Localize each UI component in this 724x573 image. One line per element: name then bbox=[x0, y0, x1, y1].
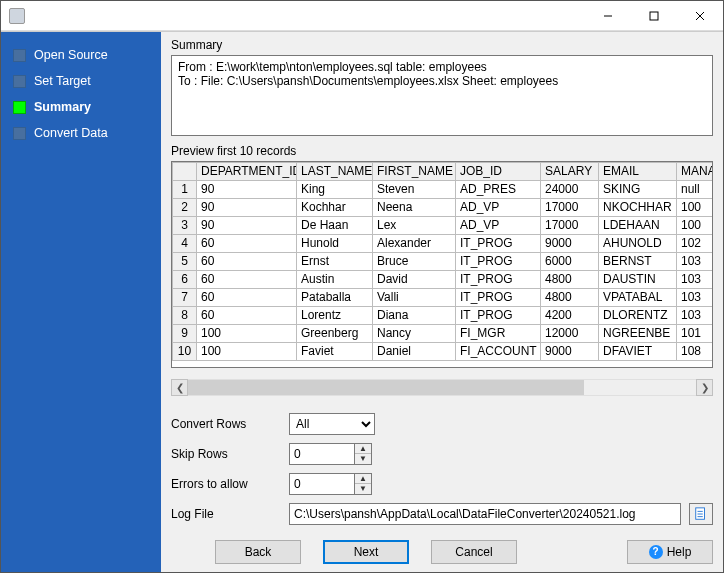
preview-heading: Preview first 10 records bbox=[171, 144, 713, 158]
table-cell: 60 bbox=[197, 252, 297, 270]
step-icon bbox=[13, 49, 26, 62]
column-header[interactable]: SALARY bbox=[541, 162, 599, 180]
step-icon bbox=[13, 101, 26, 114]
spin-up-icon[interactable]: ▲ bbox=[355, 444, 371, 454]
minimize-icon bbox=[603, 11, 613, 21]
help-icon: ? bbox=[649, 545, 663, 559]
skip-rows-spinner[interactable]: ▲▼ bbox=[355, 443, 372, 465]
table-cell: VPATABAL bbox=[599, 288, 677, 306]
browse-log-button[interactable] bbox=[689, 503, 713, 525]
table-cell: Greenberg bbox=[297, 324, 373, 342]
wizard-sidebar: Open Source Set Target Summary Convert D… bbox=[1, 32, 161, 572]
app-window: Open Source Set Target Summary Convert D… bbox=[0, 0, 724, 573]
table-row[interactable]: 560ErnstBruceIT_PROG6000BERNST103 bbox=[173, 252, 714, 270]
column-header[interactable]: MANAG bbox=[677, 162, 714, 180]
table-row[interactable]: 460HunoldAlexanderIT_PROG9000AHUNOLD102 bbox=[173, 234, 714, 252]
table-cell: DLORENTZ bbox=[599, 306, 677, 324]
row-index: 5 bbox=[173, 252, 197, 270]
table-row[interactable]: 860LorentzDianaIT_PROG4200DLORENTZ103 bbox=[173, 306, 714, 324]
table-row[interactable]: 760PataballaValliIT_PROG4800VPATABAL103 bbox=[173, 288, 714, 306]
sidebar-item-summary[interactable]: Summary bbox=[1, 94, 161, 120]
scroll-track[interactable] bbox=[188, 379, 696, 396]
table-cell: AHUNOLD bbox=[599, 234, 677, 252]
table-cell: 100 bbox=[197, 342, 297, 360]
help-button-label: Help bbox=[667, 545, 692, 559]
close-button[interactable] bbox=[677, 1, 723, 31]
spin-down-icon[interactable]: ▼ bbox=[355, 454, 371, 464]
table-cell: 4800 bbox=[541, 270, 599, 288]
table-cell: 60 bbox=[197, 288, 297, 306]
next-button[interactable]: Next bbox=[323, 540, 409, 564]
svg-rect-1 bbox=[650, 12, 658, 20]
column-header[interactable]: DEPARTMENT_ID bbox=[197, 162, 297, 180]
table-cell: 103 bbox=[677, 306, 714, 324]
skip-rows-input[interactable] bbox=[289, 443, 355, 465]
table-cell: SKING bbox=[599, 180, 677, 198]
table-cell: 60 bbox=[197, 306, 297, 324]
table-cell: Diana bbox=[373, 306, 456, 324]
table-row[interactable]: 9100GreenbergNancyFI_MGR12000NGREENBE101 bbox=[173, 324, 714, 342]
table-cell: IT_PROG bbox=[456, 288, 541, 306]
maximize-button[interactable] bbox=[631, 1, 677, 31]
summary-text: From : E:\work\temp\nton\employees.sql t… bbox=[171, 55, 713, 136]
sidebar-item-label: Open Source bbox=[34, 48, 108, 62]
convert-rows-select[interactable]: All bbox=[289, 413, 375, 435]
table-cell: DAUSTIN bbox=[599, 270, 677, 288]
table-row[interactable]: 390De HaanLexAD_VP17000LDEHAAN100 bbox=[173, 216, 714, 234]
table-cell: 17000 bbox=[541, 198, 599, 216]
column-header[interactable]: JOB_ID bbox=[456, 162, 541, 180]
sidebar-item-open-source[interactable]: Open Source bbox=[1, 42, 161, 68]
column-header[interactable]: FIRST_NAME bbox=[373, 162, 456, 180]
scroll-thumb[interactable] bbox=[188, 380, 584, 395]
table-cell: IT_PROG bbox=[456, 252, 541, 270]
summary-heading: Summary bbox=[171, 38, 713, 52]
horizontal-scrollbar[interactable]: ❮ ❯ bbox=[171, 379, 713, 396]
scroll-right-icon[interactable]: ❯ bbox=[696, 379, 713, 396]
document-icon bbox=[694, 507, 708, 521]
log-file-input[interactable] bbox=[289, 503, 681, 525]
table-cell: Valli bbox=[373, 288, 456, 306]
column-header[interactable]: EMAIL bbox=[599, 162, 677, 180]
preview-table[interactable]: DEPARTMENT_IDLAST_NAMEFIRST_NAMEJOB_IDSA… bbox=[171, 161, 713, 368]
close-icon bbox=[695, 11, 705, 21]
minimize-button[interactable] bbox=[585, 1, 631, 31]
table-cell: 100 bbox=[197, 324, 297, 342]
errors-allow-spinner[interactable]: ▲▼ bbox=[355, 473, 372, 495]
table-row[interactable]: 290KochharNeenaAD_VP17000NKOCHHAR100 bbox=[173, 198, 714, 216]
spin-up-icon[interactable]: ▲ bbox=[355, 474, 371, 484]
errors-allow-input[interactable] bbox=[289, 473, 355, 495]
spin-down-icon[interactable]: ▼ bbox=[355, 484, 371, 494]
table-cell: 17000 bbox=[541, 216, 599, 234]
table-cell: 90 bbox=[197, 216, 297, 234]
table-row[interactable]: 190KingStevenAD_PRES24000SKINGnull bbox=[173, 180, 714, 198]
sidebar-item-convert-data[interactable]: Convert Data bbox=[1, 120, 161, 146]
table-cell: David bbox=[373, 270, 456, 288]
skip-rows-label: Skip Rows bbox=[171, 447, 281, 461]
table-cell: 12000 bbox=[541, 324, 599, 342]
table-row[interactable]: 660AustinDavidIT_PROG4800DAUSTIN103 bbox=[173, 270, 714, 288]
table-cell: King bbox=[297, 180, 373, 198]
cancel-button[interactable]: Cancel bbox=[431, 540, 517, 564]
convert-rows-label: Convert Rows bbox=[171, 417, 281, 431]
table-cell: IT_PROG bbox=[456, 306, 541, 324]
column-header[interactable]: LAST_NAME bbox=[297, 162, 373, 180]
table-cell: IT_PROG bbox=[456, 234, 541, 252]
table-cell: NGREENBE bbox=[599, 324, 677, 342]
back-button[interactable]: Back bbox=[215, 540, 301, 564]
help-button[interactable]: ?Help bbox=[627, 540, 713, 564]
row-index: 2 bbox=[173, 198, 197, 216]
row-index: 4 bbox=[173, 234, 197, 252]
table-cell: 108 bbox=[677, 342, 714, 360]
wizard-buttons: Back Next Cancel ?Help bbox=[171, 540, 713, 564]
row-index: 10 bbox=[173, 342, 197, 360]
log-file-label: Log File bbox=[171, 507, 281, 521]
table-cell: LDEHAAN bbox=[599, 216, 677, 234]
scroll-left-icon[interactable]: ❮ bbox=[171, 379, 188, 396]
table-cell: Neena bbox=[373, 198, 456, 216]
table-cell: AD_VP bbox=[456, 198, 541, 216]
table-cell: 90 bbox=[197, 198, 297, 216]
sidebar-item-set-target[interactable]: Set Target bbox=[1, 68, 161, 94]
table-row[interactable]: 10100FavietDanielFI_ACCOUNT9000DFAVIET10… bbox=[173, 342, 714, 360]
app-icon bbox=[9, 8, 25, 24]
table-cell: DFAVIET bbox=[599, 342, 677, 360]
